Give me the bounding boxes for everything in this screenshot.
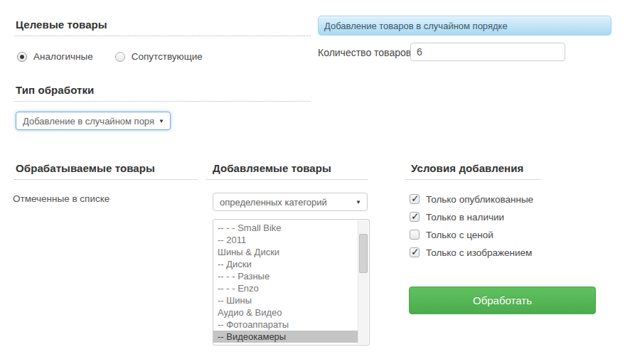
category-option[interactable]: -- - - Small Bike [213, 222, 358, 234]
check-icon: ✓ [411, 246, 420, 257]
processed-products-title: Обрабатываемые товары [14, 162, 198, 174]
checkbox-label: Только опубликованные [426, 194, 533, 205]
category-option[interactable]: -- Диски [213, 258, 358, 270]
radio-option-analogous[interactable]: Аналогичные [17, 51, 93, 62]
processing-type-section-header: Тип обработки [14, 84, 311, 102]
quantity-input[interactable] [410, 43, 565, 61]
target-products-title: Целевые товары [14, 18, 311, 31]
processing-type-title: Тип обработки [14, 84, 311, 96]
category-option[interactable]: -- - - Enzo [213, 282, 358, 294]
target-products-section-header: Целевые товары [14, 18, 311, 36]
processing-type-select-value: Добавление в случайном поря [23, 116, 154, 127]
category-option[interactable]: -- Шины [213, 294, 358, 306]
category-source-select[interactable]: определенных категорий ▼ [213, 193, 368, 211]
category-option[interactable]: -- - - Разные [213, 270, 358, 282]
conditions-title: Условия добавления [405, 162, 541, 174]
radio-option-label: Аналогичные [33, 51, 93, 62]
conditions-section-header: Условия добавления [405, 162, 541, 180]
processing-type-select[interactable]: Добавление в случайном поря ▼ [16, 112, 171, 130]
checkbox-icon[interactable]: ✓ [410, 194, 420, 204]
checkbox-only-with-price[interactable]: ✓ Только с ценой [410, 229, 493, 240]
target-products-radio-group: Аналогичные Сопутствующие [17, 51, 203, 62]
radio-icon[interactable] [17, 52, 27, 62]
checkbox-label: Только в наличии [426, 212, 504, 223]
checkbox-only-with-image[interactable]: ✓ Только с изображением [410, 247, 532, 258]
processed-products-section-header: Обрабатываемые товары [14, 162, 198, 180]
check-icon: ✓ [411, 193, 420, 204]
mode-info-alert-text: Добавление товаров в случайном порядке [324, 21, 508, 31]
category-option[interactable]: -- 2011 [213, 234, 358, 246]
processed-products-note: Отмеченные в списке [13, 193, 110, 204]
listbox-scrollbar-track[interactable] [358, 220, 368, 344]
check-icon: ✓ [411, 210, 420, 222]
quantity-label: Количество товаров: [318, 47, 414, 58]
radio-option-related[interactable]: Сопутствующие [115, 51, 203, 62]
checkbox-only-in-stock[interactable]: ✓ Только в наличии [410, 211, 504, 223]
category-option[interactable]: Аудио & Видео [213, 306, 358, 318]
category-source-select-value: определенных категорий [220, 197, 327, 208]
listbox-scrollbar-thumb[interactable] [359, 234, 368, 273]
categories-listbox[interactable]: -- - - Small Bike -- 2011 Шины & Диски -… [213, 219, 370, 346]
checkbox-label: Только с ценой [426, 230, 493, 240]
added-products-title: Добавляемые товары [206, 162, 368, 174]
category-option[interactable]: -- Фотоаппараты [213, 318, 358, 331]
chevron-down-icon: ▼ [356, 199, 361, 205]
mode-info-alert: Добавление товаров в случайном порядке [318, 16, 612, 36]
checkbox-icon[interactable]: ✓ [410, 247, 420, 257]
chevron-down-icon: ▼ [159, 118, 164, 124]
process-button[interactable]: Обработать [409, 287, 596, 314]
checkbox-icon[interactable]: ✓ [410, 230, 420, 240]
added-products-section-header: Добавляемые товары [206, 162, 368, 180]
radio-option-label: Сопутствующие [132, 51, 203, 62]
checkbox-icon[interactable]: ✓ [410, 212, 420, 222]
checkbox-only-published[interactable]: ✓ Только опубликованные [410, 193, 533, 205]
category-option[interactable]: Шины & Диски [213, 246, 358, 258]
category-option[interactable]: -- Видеокамеры [213, 331, 358, 343]
checkbox-label: Только с изображением [426, 247, 532, 258]
radio-icon[interactable] [115, 52, 125, 62]
